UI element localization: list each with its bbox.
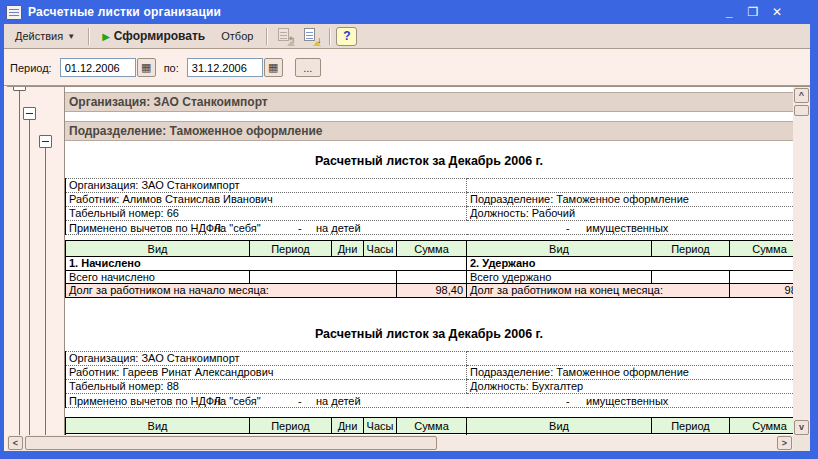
tree-collapse-button[interactable]	[23, 107, 36, 120]
document-icon	[304, 28, 315, 41]
total-row: Всего начислено Всего удержано	[66, 271, 794, 284]
slip-tab-number: Табельный номер: 66	[66, 207, 467, 221]
play-icon: ▶	[102, 31, 110, 42]
debt-start-label: Долг за работником на начало месяца:	[66, 284, 397, 298]
slip-employee: Работник: Алимов Станислав Иванович	[66, 193, 467, 207]
ndfl-dash: -	[298, 221, 302, 235]
report-window-icon	[6, 5, 22, 20]
report-content: Организация: ЗАО Станкоимпорт Подразделе…	[7, 87, 793, 436]
total-withheld: Всего удержано	[467, 271, 652, 284]
debt-end-value: 98,4	[730, 284, 794, 298]
slip-tab-number: Табельный номер: 88	[66, 380, 467, 394]
actions-button[interactable]: Действия ▼	[8, 27, 82, 45]
restore-settings-button[interactable]: ↰	[273, 26, 297, 46]
pay-slip-table: Вид Период Дни Часы Сумма Вид Период Сум…	[65, 417, 793, 436]
period-panel: Период: ▦ по: ▦ ...	[4, 50, 810, 86]
ndfl-property: имущественных	[586, 221, 668, 235]
col-vid: Вид	[467, 418, 652, 434]
scroll-up-button[interactable]: ^	[794, 88, 809, 103]
section-accrued: 1. Начислено	[66, 257, 467, 271]
group-header-department[interactable]: Подразделение: Таможенное оформление	[65, 121, 793, 141]
ndfl-self: на "себя"	[214, 221, 261, 235]
arrow-up-icon: ↰	[288, 36, 296, 45]
period-label: Период:	[10, 62, 52, 74]
pay-slip-table: Вид Период Дни Часы Сумма Вид Период Сум…	[65, 240, 793, 298]
table-header-row: Вид Период Дни Часы Сумма Вид Период Сум…	[66, 418, 794, 434]
slip-ndfl-row: Применено вычетов по НДФЛ: на "себя" - н…	[66, 221, 793, 235]
ndfl-children: на детей	[316, 394, 361, 408]
tree-line	[19, 87, 20, 436]
slip-ndfl-row: Применено вычетов по НДФЛ: на "себя" - н…	[66, 394, 793, 408]
toolbar-separator	[88, 28, 89, 45]
slip-department: Подразделение: Таможенное оформление	[467, 366, 793, 380]
group-header-organization[interactable]: Организация: ЗАО Станкоимпорт	[65, 92, 793, 112]
col-vid: Вид	[66, 241, 250, 257]
col-sum: Сумма	[397, 241, 467, 257]
ndfl-self: на "себя"	[214, 394, 261, 408]
arrow-down-icon: ↓	[317, 36, 322, 45]
section-withheld: 2. Удержано	[467, 257, 794, 271]
window-title: Расчетные листки организации	[28, 5, 221, 19]
employee-info-table: Организация: ЗАО Станкоимпорт Работник: …	[65, 351, 793, 408]
pay-slip: Расчетный листок за Декабрь 2006 г. Орга…	[65, 154, 793, 298]
horizontal-scroll-thumb[interactable]	[25, 436, 437, 450]
generate-button[interactable]: ▶ Сформировать	[95, 26, 212, 46]
ndfl-label: Применено вычетов по НДФЛ:	[69, 221, 224, 235]
col-period: Период	[250, 418, 332, 434]
toolbar: Действия ▼ ▶ Сформировать Отбор ↰ ↓ ?	[4, 24, 810, 49]
generate-label: Сформировать	[114, 29, 205, 43]
window-body: Действия ▼ ▶ Сформировать Отбор ↰ ↓ ?	[4, 24, 810, 451]
horizontal-scrollbar[interactable]: < >	[7, 435, 793, 451]
section-row: 1. Начислено 2. Удержано	[66, 257, 794, 271]
period-from-input[interactable]	[60, 58, 136, 77]
tree-line	[29, 119, 30, 436]
ndfl-dash: -	[566, 221, 570, 235]
period-more-button[interactable]: ...	[295, 58, 321, 77]
calendar-icon[interactable]: ▦	[264, 58, 283, 77]
calendar-icon[interactable]: ▦	[137, 58, 156, 77]
col-sum: Сумма	[397, 418, 467, 434]
scrollbar-corner	[793, 435, 810, 451]
period-to-label: по:	[164, 62, 179, 74]
scroll-down-button[interactable]: v	[794, 420, 809, 435]
ndfl-children: на детей	[316, 221, 361, 235]
debt-end-label: Долг за работником на конец месяца:	[467, 284, 730, 298]
app-window: Расчетные листки организации _ ❐ ✕ Дейст…	[0, 0, 818, 459]
col-vid: Вид	[467, 241, 652, 257]
col-sum: Сумма	[730, 418, 794, 434]
ndfl-dash: -	[298, 394, 302, 408]
tree-collapse-button[interactable]	[39, 135, 52, 148]
col-sum: Сумма	[730, 241, 794, 257]
col-period: Период	[652, 241, 730, 257]
report-area: Организация: ЗАО Станкоимпорт Подразделе…	[7, 86, 810, 451]
period-to-input[interactable]	[187, 58, 263, 77]
col-period: Период	[250, 241, 332, 257]
filter-button[interactable]: Отбор	[214, 27, 260, 45]
slip-department: Подразделение: Таможенное оформление	[467, 193, 793, 207]
slip-position: Должность: Бухгалтер	[467, 380, 793, 394]
vertical-scroll-thumb[interactable]	[794, 105, 809, 116]
tree-collapse-button[interactable]	[13, 87, 26, 91]
debt-start-value: 98,40	[397, 284, 467, 298]
help-button[interactable]: ?	[336, 27, 357, 46]
vertical-scrollbar[interactable]: ^ v	[793, 87, 810, 436]
employee-info-table: Организация: ЗАО Станкоимпорт Работник: …	[65, 178, 793, 235]
col-days: Дни	[332, 418, 364, 434]
slip-org: Организация: ЗАО Станкоимпорт	[66, 179, 467, 193]
scroll-left-button[interactable]: <	[8, 436, 23, 450]
slip-position: Должность: Рабочий	[467, 207, 793, 221]
chevron-down-icon: ▼	[67, 32, 75, 41]
actions-label: Действия	[15, 30, 63, 42]
slip-employee: Работник: Гареев Ринат Александрович	[66, 366, 467, 380]
minimize-button[interactable]: _	[722, 5, 736, 19]
ndfl-dash: -	[566, 394, 570, 408]
scroll-right-button[interactable]: >	[777, 436, 792, 450]
maximize-button[interactable]: ❐	[746, 5, 760, 19]
ndfl-label: Применено вычетов по НДФЛ:	[69, 394, 224, 408]
col-hours: Часы	[364, 418, 397, 434]
close-button[interactable]: ✕	[770, 5, 784, 19]
report-sheet: Организация: ЗАО Станкоимпорт Подразделе…	[64, 87, 793, 436]
col-vid: Вид	[66, 418, 250, 434]
col-days: Дни	[332, 241, 364, 257]
save-settings-button[interactable]: ↓	[299, 26, 323, 46]
